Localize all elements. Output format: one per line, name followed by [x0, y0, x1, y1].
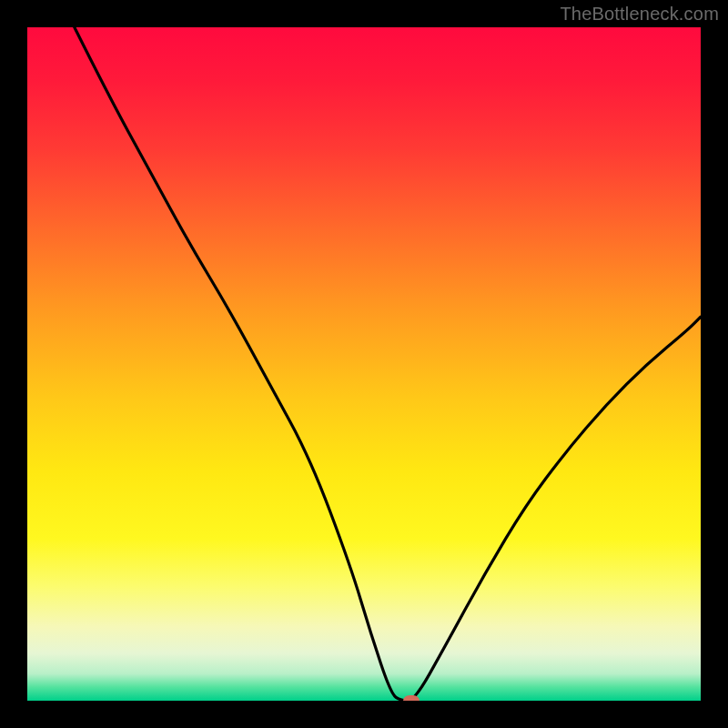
chart-frame: TheBottleneck.com [0, 0, 728, 728]
bottleneck-curve [27, 27, 701, 701]
optimum-marker [403, 695, 420, 701]
watermark-text: TheBottleneck.com [560, 4, 719, 25]
plot-area [27, 27, 701, 701]
